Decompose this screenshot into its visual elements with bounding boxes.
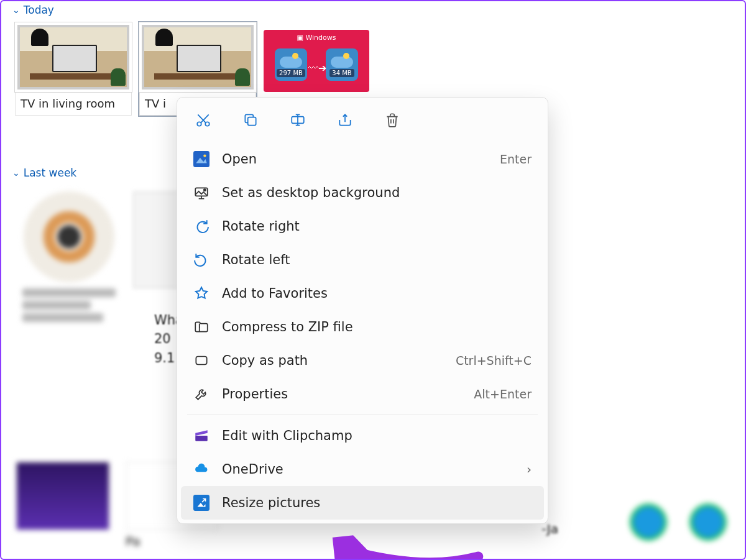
menu-shortcut: Enter — [500, 152, 532, 166]
size-badge: 297 MB — [277, 69, 305, 77]
file-tile-blurred[interactable] — [16, 462, 109, 549]
photo-app-icon — [193, 151, 210, 167]
delete-icon[interactable] — [380, 108, 405, 132]
menu-item-open[interactable]: Open Enter — [181, 142, 544, 176]
menu-item-rotate-left[interactable]: Rotate left — [181, 243, 544, 277]
menu-item-compress-zip[interactable]: Compress to ZIP file — [181, 310, 544, 344]
onedrive-icon — [193, 461, 210, 477]
file-tile-blurred[interactable] — [22, 191, 116, 322]
menu-label: Edit with Clipchamp — [222, 428, 532, 443]
menu-label: Open — [222, 152, 487, 167]
menu-item-onedrive[interactable]: OneDrive › — [181, 452, 544, 486]
chevron-down-icon: ⌄ — [12, 168, 20, 178]
file-caption: Pa — [126, 534, 219, 549]
menu-item-set-desktop-background[interactable]: Set as desktop background — [181, 176, 544, 209]
menu-label: Rotate left — [222, 252, 532, 267]
date-fragment: -Ja — [542, 521, 558, 536]
file-caption: TV in living room — [15, 92, 132, 116]
thumbnail — [139, 22, 256, 92]
chevron-right-icon: › — [527, 462, 532, 477]
menu-label: Add to Favorites — [222, 286, 532, 301]
menu-label: Compress to ZIP file — [222, 319, 532, 334]
poster-title: ▣ Windows — [264, 30, 369, 42]
context-toolbar — [181, 104, 544, 142]
svg-rect-9 — [195, 436, 208, 441]
menu-label: Copy as path — [222, 353, 443, 368]
resize-pictures-icon — [193, 495, 210, 511]
copy-path-icon — [193, 352, 210, 369]
menu-item-properties[interactable]: Properties Alt+Enter — [181, 377, 544, 411]
annotation-arrow — [333, 522, 486, 560]
thumbnail — [15, 22, 132, 92]
star-icon — [193, 285, 210, 301]
svg-point-7 — [204, 189, 206, 191]
chevron-down-icon: ⌄ — [12, 5, 20, 15]
context-menu: Open Enter Set as desktop background Rot… — [177, 97, 548, 524]
svg-rect-4 — [193, 151, 210, 167]
menu-item-copy-as-path[interactable]: Copy as path Ctrl+Shift+C — [181, 344, 544, 377]
rename-icon[interactable] — [285, 108, 310, 132]
menu-label: Properties — [222, 387, 461, 402]
copy-icon[interactable] — [238, 108, 263, 132]
group-label: Last week — [24, 167, 76, 179]
share-icon[interactable] — [333, 108, 357, 132]
thumbnail — [24, 191, 114, 282]
group-label: Today — [24, 4, 54, 16]
menu-label: Resize pictures — [222, 495, 532, 510]
edge-icon — [627, 500, 670, 544]
menu-item-resize-pictures[interactable]: Resize pictures — [181, 486, 544, 520]
menu-separator — [187, 415, 538, 415]
wrench-icon — [193, 386, 210, 402]
size-badge: 34 MB — [329, 69, 354, 77]
menu-label: OneDrive — [222, 462, 514, 477]
menu-item-add-to-favorites[interactable]: Add to Favorites — [181, 277, 544, 310]
rotate-left-icon — [193, 252, 210, 268]
group-header-today[interactable]: ⌄ Today — [1, 1, 745, 22]
menu-label: Rotate right — [222, 219, 532, 234]
svg-point-1 — [205, 122, 210, 126]
thumbnail: ▣ Windows 297 MB 34 MB 〰➔ — [264, 30, 369, 92]
menu-label: Set as desktop background — [222, 185, 532, 200]
menu-shortcut: Ctrl+Shift+C — [456, 354, 532, 367]
svg-point-5 — [203, 154, 206, 157]
svg-rect-10 — [193, 495, 210, 511]
cut-icon[interactable] — [191, 108, 216, 132]
clipchamp-icon — [193, 428, 210, 444]
desktop-background-icon — [193, 185, 210, 201]
file-tile-tv1[interactable]: TV in living room — [15, 22, 132, 116]
menu-item-edit-clipchamp[interactable]: Edit with Clipchamp — [181, 419, 544, 452]
menu-shortcut: Alt+Enter — [474, 387, 532, 401]
svg-rect-2 — [248, 117, 256, 126]
svg-point-0 — [197, 122, 201, 126]
edge-icon — [686, 500, 730, 544]
menu-item-rotate-right[interactable]: Rotate right — [181, 209, 544, 243]
zip-folder-icon — [193, 319, 210, 335]
rotate-right-icon — [193, 218, 210, 234]
